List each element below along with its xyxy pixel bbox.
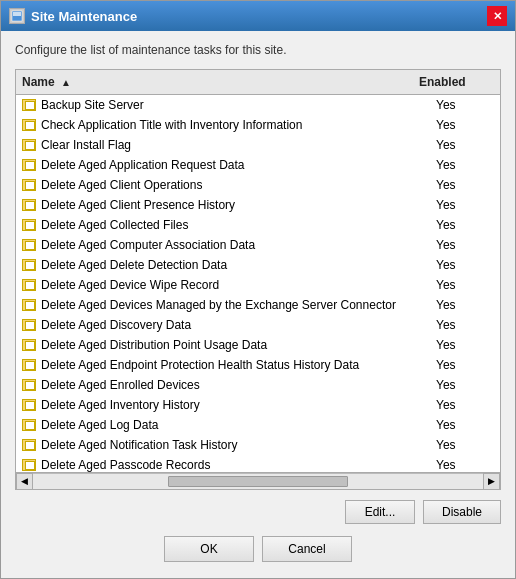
- task-table: Name ▲ Enabled Backup Site ServerYesChec…: [15, 69, 501, 490]
- task-name: Delete Aged Inventory History: [38, 396, 430, 414]
- table-row[interactable]: Delete Aged Endpoint Protection Health S…: [16, 355, 500, 375]
- task-name: Delete Aged Log Data: [38, 416, 430, 434]
- title-bar-left: Site Maintenance: [9, 8, 137, 24]
- task-enabled: Yes: [430, 296, 500, 314]
- task-icon: [20, 238, 38, 252]
- task-enabled: Yes: [430, 196, 500, 214]
- title-bar: Site Maintenance ✕: [1, 1, 515, 31]
- table-row[interactable]: Delete Aged Application Request DataYes: [16, 155, 500, 175]
- task-name: Delete Aged Discovery Data: [38, 316, 430, 334]
- task-icon: [20, 418, 38, 432]
- task-name: Delete Aged Passcode Records: [38, 456, 430, 472]
- task-name: Clear Install Flag: [38, 136, 430, 154]
- scroll-thumb[interactable]: [168, 476, 348, 487]
- task-name: Delete Aged Client Operations: [38, 176, 430, 194]
- sort-icon: ▲: [61, 77, 71, 88]
- table-row[interactable]: Delete Aged Distribution Point Usage Dat…: [16, 335, 500, 355]
- task-enabled: Yes: [430, 156, 500, 174]
- task-name: Backup Site Server: [38, 96, 430, 114]
- task-icon: [20, 358, 38, 372]
- task-enabled: Yes: [430, 416, 500, 434]
- task-icon: [20, 438, 38, 452]
- disable-button[interactable]: Disable: [423, 500, 501, 524]
- table-row[interactable]: Delete Aged Devices Managed by the Excha…: [16, 295, 500, 315]
- table-row[interactable]: Delete Aged Inventory HistoryYes: [16, 395, 500, 415]
- task-icon: [20, 258, 38, 272]
- task-name: Delete Aged Device Wipe Record: [38, 276, 430, 294]
- table-header: Name ▲ Enabled: [16, 70, 500, 95]
- description-text: Configure the list of maintenance tasks …: [15, 43, 501, 57]
- scroll-right-button[interactable]: ▶: [483, 473, 500, 490]
- scroll-track[interactable]: [33, 473, 483, 490]
- col-enabled-header: Enabled: [413, 73, 483, 91]
- task-icon: [20, 278, 38, 292]
- table-row[interactable]: Delete Aged Client OperationsYes: [16, 175, 500, 195]
- task-icon: [20, 458, 38, 472]
- table-row[interactable]: Delete Aged Notification Task HistoryYes: [16, 435, 500, 455]
- task-enabled: Yes: [430, 256, 500, 274]
- task-enabled: Yes: [430, 396, 500, 414]
- table-row[interactable]: Delete Aged Passcode RecordsYes: [16, 455, 500, 472]
- edit-button[interactable]: Edit...: [345, 500, 415, 524]
- task-name: Delete Aged Devices Managed by the Excha…: [38, 296, 430, 314]
- task-icon: [20, 158, 38, 172]
- table-row[interactable]: Delete Aged Delete Detection DataYes: [16, 255, 500, 275]
- window-icon: [9, 8, 25, 24]
- task-icon: [20, 318, 38, 332]
- table-row[interactable]: Delete Aged Computer Association DataYes: [16, 235, 500, 255]
- task-icon: [20, 298, 38, 312]
- task-name: Delete Aged Collected Files: [38, 216, 430, 234]
- ok-cancel-row: OK Cancel: [15, 536, 501, 562]
- task-name: Delete Aged Distribution Point Usage Dat…: [38, 336, 430, 354]
- window-title: Site Maintenance: [31, 9, 137, 24]
- task-enabled: Yes: [430, 116, 500, 134]
- table-row[interactable]: Delete Aged Collected FilesYes: [16, 215, 500, 235]
- table-row[interactable]: Delete Aged Client Presence HistoryYes: [16, 195, 500, 215]
- task-name: Delete Aged Client Presence History: [38, 196, 430, 214]
- task-icon: [20, 218, 38, 232]
- table-row[interactable]: Delete Aged Log DataYes: [16, 415, 500, 435]
- task-icon: [20, 118, 38, 132]
- task-icon: [20, 338, 38, 352]
- task-enabled: Yes: [430, 136, 500, 154]
- task-enabled: Yes: [430, 236, 500, 254]
- ok-button[interactable]: OK: [164, 536, 254, 562]
- table-row[interactable]: Check Application Title with Inventory I…: [16, 115, 500, 135]
- task-enabled: Yes: [430, 176, 500, 194]
- edit-disable-row: Edit... Disable: [15, 500, 501, 524]
- task-icon: [20, 138, 38, 152]
- task-name: Check Application Title with Inventory I…: [38, 116, 430, 134]
- close-button[interactable]: ✕: [487, 6, 507, 26]
- task-name: Delete Aged Notification Task History: [38, 436, 430, 454]
- table-row[interactable]: Delete Aged Discovery DataYes: [16, 315, 500, 335]
- main-content: Configure the list of maintenance tasks …: [1, 31, 515, 578]
- scroll-left-button[interactable]: ◀: [16, 473, 33, 490]
- task-icon: [20, 98, 38, 112]
- horizontal-scrollbar: ◀ ▶: [16, 472, 500, 489]
- task-name: Delete Aged Delete Detection Data: [38, 256, 430, 274]
- col-name-header: Name ▲: [16, 73, 413, 91]
- table-row[interactable]: Delete Aged Enrolled DevicesYes: [16, 375, 500, 395]
- site-maintenance-window: Site Maintenance ✕ Configure the list of…: [0, 0, 516, 579]
- task-enabled: Yes: [430, 96, 500, 114]
- svg-rect-1: [13, 12, 21, 16]
- table-row[interactable]: Backup Site ServerYes: [16, 95, 500, 115]
- task-name: Delete Aged Enrolled Devices: [38, 376, 430, 394]
- task-enabled: Yes: [430, 336, 500, 354]
- task-icon: [20, 378, 38, 392]
- task-enabled: Yes: [430, 376, 500, 394]
- table-row[interactable]: Delete Aged Device Wipe RecordYes: [16, 275, 500, 295]
- cancel-button[interactable]: Cancel: [262, 536, 352, 562]
- task-enabled: Yes: [430, 356, 500, 374]
- task-icon: [20, 198, 38, 212]
- task-icon: [20, 178, 38, 192]
- table-body[interactable]: Backup Site ServerYesCheck Application T…: [16, 95, 500, 472]
- task-name: Delete Aged Computer Association Data: [38, 236, 430, 254]
- header-scroll-spacer: [483, 73, 500, 91]
- table-row[interactable]: Clear Install FlagYes: [16, 135, 500, 155]
- task-name: Delete Aged Endpoint Protection Health S…: [38, 356, 430, 374]
- task-enabled: Yes: [430, 316, 500, 334]
- task-name: Delete Aged Application Request Data: [38, 156, 430, 174]
- task-enabled: Yes: [430, 436, 500, 454]
- task-enabled: Yes: [430, 456, 500, 472]
